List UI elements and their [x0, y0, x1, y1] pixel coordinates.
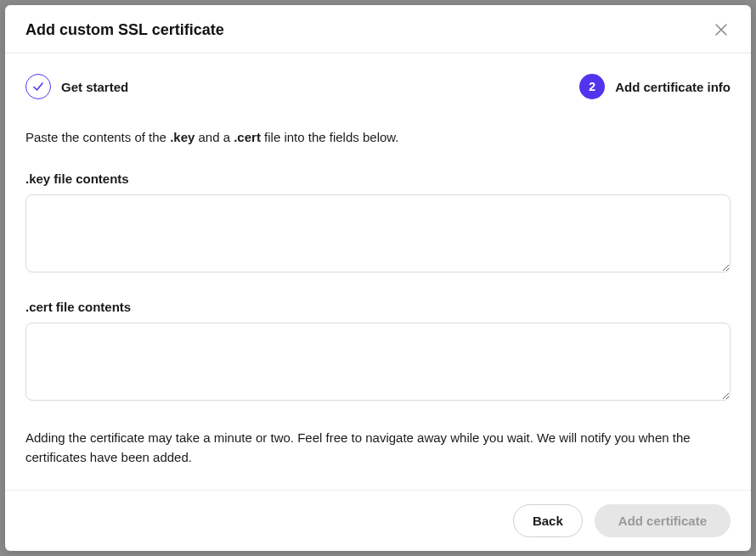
- modal-body: Get started 2 Add certificate info Paste…: [5, 53, 751, 490]
- stepper: Get started 2 Add certificate info: [25, 74, 731, 99]
- step-label: Add certificate info: [615, 80, 731, 94]
- step-label: Get started: [61, 80, 128, 94]
- key-textarea[interactable]: [25, 194, 731, 272]
- cert-field-label: .cert file contents: [25, 300, 731, 314]
- modal-header: Add custom SSL certificate: [5, 5, 751, 53]
- step-get-started: Get started: [25, 74, 128, 99]
- note-text: Adding the certificate may take a minute…: [25, 428, 731, 468]
- instruction-text: Paste the contents of the .key and a .ce…: [25, 130, 731, 144]
- modal-title: Add custom SSL certificate: [25, 21, 224, 39]
- ssl-certificate-modal: Add custom SSL certificate Get started 2…: [5, 5, 751, 551]
- step-indicator-done: [25, 74, 51, 99]
- modal-footer: Back Add certificate: [5, 490, 751, 551]
- cert-field-group: .cert file contents: [25, 300, 731, 404]
- checkmark-icon: [32, 81, 44, 93]
- step-add-certificate-info: 2 Add certificate info: [579, 74, 731, 99]
- close-button[interactable]: [712, 20, 731, 39]
- back-button[interactable]: Back: [513, 504, 583, 537]
- close-icon: [715, 24, 727, 36]
- key-field-label: .key file contents: [25, 171, 731, 186]
- add-certificate-button[interactable]: Add certificate: [595, 504, 731, 537]
- step-indicator-active: 2: [579, 74, 605, 99]
- cert-textarea[interactable]: [25, 323, 731, 401]
- key-field-group: .key file contents: [25, 171, 731, 276]
